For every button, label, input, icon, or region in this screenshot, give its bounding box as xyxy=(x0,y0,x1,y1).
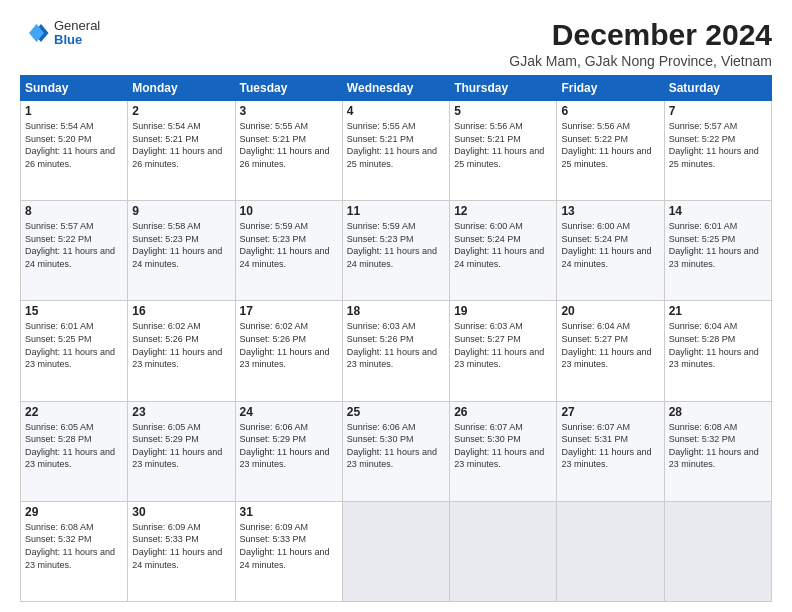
calendar-day-cell: 6Sunrise: 5:56 AMSunset: 5:22 PMDaylight… xyxy=(557,101,664,201)
day-number: 24 xyxy=(240,405,338,419)
day-info: Sunrise: 5:58 AMSunset: 5:23 PMDaylight:… xyxy=(132,220,230,270)
day-info: Sunrise: 5:57 AMSunset: 5:22 PMDaylight:… xyxy=(25,220,123,270)
calendar-day-cell: 23Sunrise: 6:05 AMSunset: 5:29 PMDayligh… xyxy=(128,401,235,501)
day-number: 10 xyxy=(240,204,338,218)
day-info: Sunrise: 6:06 AMSunset: 5:30 PMDaylight:… xyxy=(347,421,445,471)
calendar-day-cell xyxy=(450,501,557,601)
col-monday: Monday xyxy=(128,76,235,101)
calendar-day-cell: 10Sunrise: 5:59 AMSunset: 5:23 PMDayligh… xyxy=(235,201,342,301)
calendar-day-cell: 19Sunrise: 6:03 AMSunset: 5:27 PMDayligh… xyxy=(450,301,557,401)
col-saturday: Saturday xyxy=(664,76,771,101)
day-info: Sunrise: 6:02 AMSunset: 5:26 PMDaylight:… xyxy=(132,320,230,370)
calendar-day-cell xyxy=(342,501,449,601)
calendar-body: 1Sunrise: 5:54 AMSunset: 5:20 PMDaylight… xyxy=(21,101,772,602)
day-number: 11 xyxy=(347,204,445,218)
day-number: 30 xyxy=(132,505,230,519)
header-row: Sunday Monday Tuesday Wednesday Thursday… xyxy=(21,76,772,101)
day-number: 20 xyxy=(561,304,659,318)
day-info: Sunrise: 6:09 AMSunset: 5:33 PMDaylight:… xyxy=(240,521,338,571)
location-subtitle: GJak Mam, GJak Nong Province, Vietnam xyxy=(509,53,772,69)
col-thursday: Thursday xyxy=(450,76,557,101)
month-title: December 2024 xyxy=(509,18,772,51)
calendar-day-cell: 7Sunrise: 5:57 AMSunset: 5:22 PMDaylight… xyxy=(664,101,771,201)
day-info: Sunrise: 6:00 AMSunset: 5:24 PMDaylight:… xyxy=(561,220,659,270)
day-number: 8 xyxy=(25,204,123,218)
col-tuesday: Tuesday xyxy=(235,76,342,101)
day-info: Sunrise: 6:04 AMSunset: 5:28 PMDaylight:… xyxy=(669,320,767,370)
calendar-day-cell: 18Sunrise: 6:03 AMSunset: 5:26 PMDayligh… xyxy=(342,301,449,401)
day-number: 12 xyxy=(454,204,552,218)
day-number: 4 xyxy=(347,104,445,118)
day-number: 29 xyxy=(25,505,123,519)
day-info: Sunrise: 5:55 AMSunset: 5:21 PMDaylight:… xyxy=(240,120,338,170)
calendar-day-cell: 11Sunrise: 5:59 AMSunset: 5:23 PMDayligh… xyxy=(342,201,449,301)
day-info: Sunrise: 5:59 AMSunset: 5:23 PMDaylight:… xyxy=(240,220,338,270)
calendar-day-cell: 3Sunrise: 5:55 AMSunset: 5:21 PMDaylight… xyxy=(235,101,342,201)
day-info: Sunrise: 5:54 AMSunset: 5:21 PMDaylight:… xyxy=(132,120,230,170)
calendar-day-cell: 27Sunrise: 6:07 AMSunset: 5:31 PMDayligh… xyxy=(557,401,664,501)
header: General Blue December 2024 GJak Mam, GJa… xyxy=(20,18,772,69)
calendar-day-cell: 4Sunrise: 5:55 AMSunset: 5:21 PMDaylight… xyxy=(342,101,449,201)
calendar-header: Sunday Monday Tuesday Wednesday Thursday… xyxy=(21,76,772,101)
day-info: Sunrise: 5:56 AMSunset: 5:21 PMDaylight:… xyxy=(454,120,552,170)
logo-general: General xyxy=(54,19,100,33)
calendar-day-cell: 30Sunrise: 6:09 AMSunset: 5:33 PMDayligh… xyxy=(128,501,235,601)
calendar-week-row: 8Sunrise: 5:57 AMSunset: 5:22 PMDaylight… xyxy=(21,201,772,301)
day-number: 9 xyxy=(132,204,230,218)
day-info: Sunrise: 6:01 AMSunset: 5:25 PMDaylight:… xyxy=(669,220,767,270)
calendar-day-cell: 20Sunrise: 6:04 AMSunset: 5:27 PMDayligh… xyxy=(557,301,664,401)
day-info: Sunrise: 6:00 AMSunset: 5:24 PMDaylight:… xyxy=(454,220,552,270)
day-number: 14 xyxy=(669,204,767,218)
calendar-day-cell: 22Sunrise: 6:05 AMSunset: 5:28 PMDayligh… xyxy=(21,401,128,501)
calendar-day-cell: 26Sunrise: 6:07 AMSunset: 5:30 PMDayligh… xyxy=(450,401,557,501)
day-info: Sunrise: 6:08 AMSunset: 5:32 PMDaylight:… xyxy=(669,421,767,471)
calendar-day-cell: 5Sunrise: 5:56 AMSunset: 5:21 PMDaylight… xyxy=(450,101,557,201)
col-friday: Friday xyxy=(557,76,664,101)
day-info: Sunrise: 6:02 AMSunset: 5:26 PMDaylight:… xyxy=(240,320,338,370)
day-info: Sunrise: 6:01 AMSunset: 5:25 PMDaylight:… xyxy=(25,320,123,370)
day-info: Sunrise: 6:05 AMSunset: 5:29 PMDaylight:… xyxy=(132,421,230,471)
title-block: December 2024 GJak Mam, GJak Nong Provin… xyxy=(509,18,772,69)
day-info: Sunrise: 5:56 AMSunset: 5:22 PMDaylight:… xyxy=(561,120,659,170)
day-number: 6 xyxy=(561,104,659,118)
calendar-day-cell: 21Sunrise: 6:04 AMSunset: 5:28 PMDayligh… xyxy=(664,301,771,401)
day-info: Sunrise: 6:08 AMSunset: 5:32 PMDaylight:… xyxy=(25,521,123,571)
calendar-week-row: 22Sunrise: 6:05 AMSunset: 5:28 PMDayligh… xyxy=(21,401,772,501)
col-sunday: Sunday xyxy=(21,76,128,101)
logo: General Blue xyxy=(20,18,100,48)
day-number: 5 xyxy=(454,104,552,118)
day-info: Sunrise: 5:54 AMSunset: 5:20 PMDaylight:… xyxy=(25,120,123,170)
logo-icon xyxy=(20,18,50,48)
calendar-week-row: 15Sunrise: 6:01 AMSunset: 5:25 PMDayligh… xyxy=(21,301,772,401)
day-number: 31 xyxy=(240,505,338,519)
day-info: Sunrise: 6:05 AMSunset: 5:28 PMDaylight:… xyxy=(25,421,123,471)
day-number: 26 xyxy=(454,405,552,419)
calendar-day-cell: 1Sunrise: 5:54 AMSunset: 5:20 PMDaylight… xyxy=(21,101,128,201)
day-number: 1 xyxy=(25,104,123,118)
calendar-day-cell: 29Sunrise: 6:08 AMSunset: 5:32 PMDayligh… xyxy=(21,501,128,601)
day-number: 27 xyxy=(561,405,659,419)
col-wednesday: Wednesday xyxy=(342,76,449,101)
page: General Blue December 2024 GJak Mam, GJa… xyxy=(0,0,792,612)
day-info: Sunrise: 5:59 AMSunset: 5:23 PMDaylight:… xyxy=(347,220,445,270)
day-info: Sunrise: 6:03 AMSunset: 5:27 PMDaylight:… xyxy=(454,320,552,370)
logo-text: General Blue xyxy=(54,19,100,48)
calendar-day-cell: 17Sunrise: 6:02 AMSunset: 5:26 PMDayligh… xyxy=(235,301,342,401)
calendar-day-cell: 8Sunrise: 5:57 AMSunset: 5:22 PMDaylight… xyxy=(21,201,128,301)
calendar-table: Sunday Monday Tuesday Wednesday Thursday… xyxy=(20,75,772,602)
day-number: 13 xyxy=(561,204,659,218)
day-info: Sunrise: 6:07 AMSunset: 5:30 PMDaylight:… xyxy=(454,421,552,471)
calendar-day-cell: 12Sunrise: 6:00 AMSunset: 5:24 PMDayligh… xyxy=(450,201,557,301)
calendar-day-cell xyxy=(557,501,664,601)
calendar-day-cell: 31Sunrise: 6:09 AMSunset: 5:33 PMDayligh… xyxy=(235,501,342,601)
calendar-day-cell: 9Sunrise: 5:58 AMSunset: 5:23 PMDaylight… xyxy=(128,201,235,301)
calendar-day-cell: 25Sunrise: 6:06 AMSunset: 5:30 PMDayligh… xyxy=(342,401,449,501)
day-number: 22 xyxy=(25,405,123,419)
day-number: 19 xyxy=(454,304,552,318)
day-number: 3 xyxy=(240,104,338,118)
calendar-week-row: 29Sunrise: 6:08 AMSunset: 5:32 PMDayligh… xyxy=(21,501,772,601)
calendar-day-cell: 2Sunrise: 5:54 AMSunset: 5:21 PMDaylight… xyxy=(128,101,235,201)
day-number: 23 xyxy=(132,405,230,419)
day-number: 25 xyxy=(347,405,445,419)
calendar-day-cell: 16Sunrise: 6:02 AMSunset: 5:26 PMDayligh… xyxy=(128,301,235,401)
